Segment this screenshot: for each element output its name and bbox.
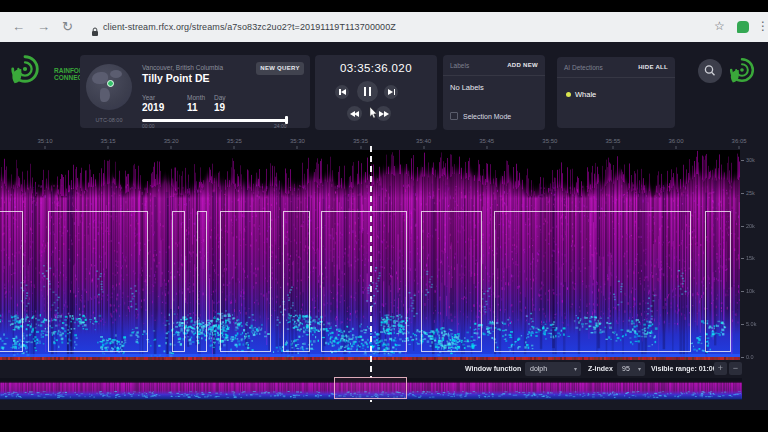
- timeline-tick-label: 35:35: [353, 138, 368, 144]
- pause-button[interactable]: [357, 81, 378, 102]
- labels-panel: Labels ADD NEW No Labels Selection Mode: [443, 55, 545, 130]
- frequency-tick-label: 5.0k: [746, 321, 756, 327]
- timeline-tick: [612, 146, 613, 149]
- reload-icon[interactable]: ↻: [62, 19, 73, 35]
- frequency-tick-label: 20k: [746, 223, 755, 229]
- timeline-tick-label: 35:30: [290, 138, 305, 144]
- browser-toolbar: ← → ↻ client-stream.rfcx.org/streams/a7s…: [0, 12, 768, 42]
- timeline-tick-label: 35:50: [542, 138, 557, 144]
- frequency-tick-label: 15k: [746, 255, 755, 261]
- whale-detection-box[interactable]: [220, 211, 271, 352]
- bookmark-star-icon[interactable]: ☆: [714, 19, 725, 33]
- year-value[interactable]: 2019: [142, 102, 164, 113]
- whale-detection-box[interactable]: [197, 211, 207, 352]
- window-function-label: Window function: [465, 365, 521, 372]
- ai-detections-panel: AI Detections HIDE ALL Whale: [557, 57, 675, 128]
- ai-detections-title: AI Detections: [564, 64, 603, 71]
- frequency-tick-label: 10k: [746, 288, 755, 294]
- lock-icon: [91, 23, 99, 41]
- address-bar[interactable]: client-stream.rfcx.org/streams/a7so83zc2…: [103, 22, 396, 32]
- time-of-day-slider[interactable]: [142, 119, 288, 122]
- year-label: Year: [142, 94, 155, 101]
- whale-detection-box[interactable]: [283, 211, 310, 352]
- timeline-tick: [108, 146, 109, 149]
- minimap-selection[interactable]: [334, 377, 407, 399]
- back-icon[interactable]: ←: [12, 19, 25, 35]
- timeline-tick: [486, 146, 487, 149]
- visible-range-label: Visible range: 01:00: [651, 365, 717, 372]
- chevron-down-icon: ▾: [638, 362, 641, 376]
- timeline-tick-label: 35:40: [416, 138, 431, 144]
- timeline-tick-label: 35:25: [227, 138, 242, 144]
- skip-end-button[interactable]: [384, 85, 398, 99]
- location-pin-icon: [107, 80, 114, 87]
- timeline-tick-label: 35:20: [164, 138, 179, 144]
- minimap[interactable]: [0, 378, 742, 400]
- current-time-display: 03:35:36.020: [315, 62, 437, 74]
- ai-detection-item[interactable]: Whale: [566, 85, 596, 103]
- timeline-tick: [360, 146, 361, 149]
- selection-mode-checkbox[interactable]: [450, 112, 458, 120]
- window-function-select[interactable]: dolph ▾: [525, 362, 581, 376]
- whale-detection-box[interactable]: [172, 211, 185, 352]
- rewind-button[interactable]: [347, 106, 362, 121]
- extension-icon[interactable]: [737, 21, 749, 33]
- zoom-in-button[interactable]: +: [714, 362, 727, 375]
- whale-detection-box[interactable]: [421, 211, 482, 352]
- site-name: Tilly Point DE: [142, 72, 209, 84]
- timeline-tick-label: 35:15: [101, 138, 116, 144]
- browser-menu-icon[interactable]: ⋮: [757, 19, 768, 33]
- brand-logo: RAINFOREST CONNECTION: [8, 52, 88, 90]
- search-icon: [698, 59, 722, 83]
- month-label: Month: [187, 94, 205, 101]
- frequency-tick-label: 30k: [746, 157, 755, 163]
- screen: ← → ↻ client-stream.rfcx.org/streams/a7s…: [0, 0, 768, 432]
- search-button[interactable]: [698, 59, 722, 83]
- letterbox-top: [0, 0, 768, 12]
- rainforest-spiral-icon: [8, 52, 42, 86]
- divider: [557, 77, 675, 78]
- rfcx-logo-icon[interactable]: [727, 55, 757, 89]
- player-card: 03:35:36.020: [315, 55, 437, 130]
- day-label: Day: [214, 94, 226, 101]
- whale-detection-box[interactable]: [48, 211, 148, 352]
- timeline-tick: [171, 146, 172, 149]
- day-value[interactable]: 19: [214, 102, 225, 113]
- no-labels-text: No Labels: [450, 83, 484, 92]
- whale-detection-box[interactable]: [0, 211, 23, 352]
- timeline-tick: [234, 146, 235, 149]
- frequency-axis: 30k25k20k15k10k5.0k0.0: [740, 150, 768, 360]
- whale-detection-box[interactable]: [494, 211, 691, 352]
- timeline-tick: [423, 146, 424, 149]
- whale-detection-box[interactable]: [321, 211, 407, 352]
- mouse-cursor-icon: [369, 107, 378, 119]
- timeline-tick: [676, 146, 677, 149]
- z-index-label: Z-index: [588, 365, 613, 372]
- forward-icon[interactable]: →: [37, 19, 50, 35]
- skip-start-button[interactable]: [335, 85, 349, 99]
- hide-all-button[interactable]: HIDE ALL: [638, 64, 668, 70]
- timeline-tick-label: 35:45: [479, 138, 494, 144]
- add-new-button[interactable]: ADD NEW: [507, 62, 538, 68]
- zoom-out-button[interactable]: −: [729, 362, 742, 375]
- timeline-tick-label: 35:10: [37, 138, 52, 144]
- timeline-tick: [297, 146, 298, 149]
- new-query-button[interactable]: NEW QUERY: [256, 62, 304, 75]
- spectrogram-controls: Window function dolph ▾ Z-index 95 ▾ Vis…: [0, 360, 768, 378]
- fast-forward-button[interactable]: [376, 106, 391, 121]
- timeline-tick: [739, 146, 740, 149]
- timezone-label: UTC-08:00: [80, 117, 138, 123]
- detection-color-dot: [566, 92, 571, 97]
- month-value[interactable]: 11: [187, 102, 198, 113]
- whale-detection-box[interactable]: [705, 211, 731, 352]
- timeline-tick: [45, 146, 46, 149]
- divider: [443, 75, 545, 76]
- frequency-tick-label: 25k: [746, 190, 755, 196]
- timeline-tick-label: 36:00: [668, 138, 683, 144]
- chevron-down-icon: ▾: [574, 362, 577, 376]
- timeline-tick-label: 36:05: [732, 138, 747, 144]
- query-card: UTC-08:00 Vancouver, British Columbia Ti…: [80, 55, 310, 128]
- location-label: Vancouver, British Columbia: [142, 64, 223, 71]
- detection-name: Whale: [575, 90, 596, 99]
- z-index-select[interactable]: 95 ▾: [617, 362, 645, 376]
